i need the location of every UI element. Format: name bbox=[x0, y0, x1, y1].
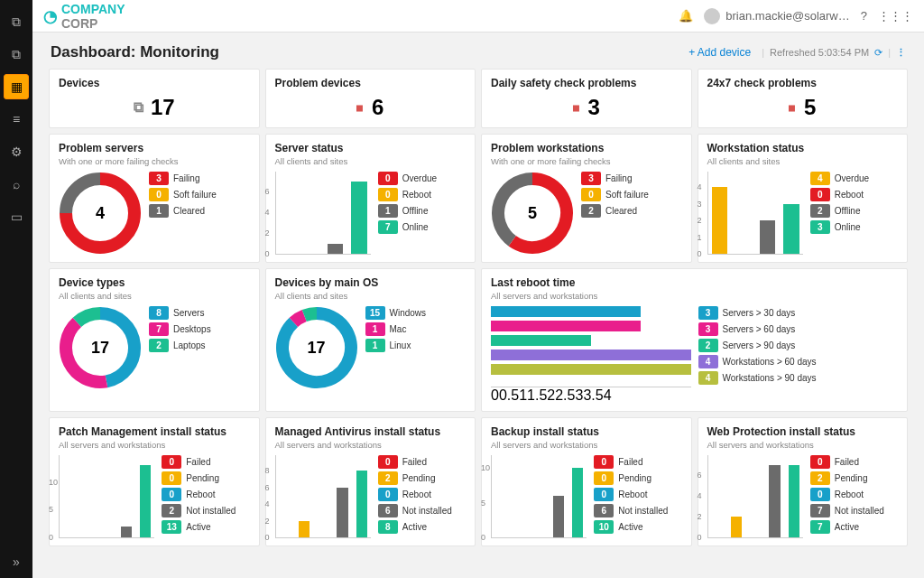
legend-chip: 0 bbox=[810, 188, 830, 201]
nav-monitor-icon[interactable]: ⧉ bbox=[4, 9, 29, 34]
legend-item: 7Desktops bbox=[149, 322, 250, 336]
card-subtitle: With one or more failing checks bbox=[491, 156, 682, 166]
bar-chart: 0246 bbox=[707, 455, 803, 538]
legend-label: Soft failure bbox=[173, 190, 217, 200]
brand-logo[interactable]: ◔ COMPANYCORP bbox=[43, 2, 125, 31]
help-icon[interactable]: ? bbox=[861, 9, 867, 23]
notifications-icon[interactable]: 🔔 bbox=[679, 9, 693, 23]
legend: 15Windows1Mac1Linux bbox=[365, 306, 467, 389]
legend-item: 2Not installed bbox=[162, 504, 249, 517]
legend-chip: 2 bbox=[698, 339, 718, 352]
bar bbox=[789, 465, 799, 538]
legend-item: 3Online bbox=[810, 220, 898, 234]
hbar bbox=[491, 306, 641, 317]
legend-chip: 2 bbox=[581, 204, 601, 218]
legend-item: 0Soft failure bbox=[149, 188, 250, 201]
legend-label: Reboot bbox=[618, 489, 647, 499]
card-subtitle: All clients and sites bbox=[275, 291, 467, 301]
legend-item: 0Overdue bbox=[378, 172, 466, 185]
user-menu[interactable]: brian.mackie@solarw… bbox=[704, 8, 849, 24]
legend-label: Active bbox=[186, 522, 210, 532]
card-title: Devices by main OS bbox=[275, 276, 467, 289]
bar bbox=[121, 527, 132, 537]
avatar-icon bbox=[704, 8, 720, 24]
legend: 0Failed2Pending0Reboot7Not installed7Act… bbox=[810, 455, 898, 538]
legend-chip: 3 bbox=[149, 172, 169, 185]
legend-item: 0Reboot bbox=[810, 488, 898, 501]
page-menu-icon[interactable]: ⋮ bbox=[896, 47, 906, 59]
legend-label: Overdue bbox=[402, 173, 437, 183]
alert-icon: ◆ bbox=[785, 100, 799, 115]
kpi-title: Devices bbox=[59, 77, 250, 89]
legend-chip: 0 bbox=[162, 455, 181, 469]
legend-chip: 0 bbox=[378, 188, 398, 201]
legend-item: 0Failed bbox=[162, 455, 249, 469]
legend-item: 7Active bbox=[810, 520, 898, 534]
legend-chip: 4 bbox=[810, 172, 830, 185]
card-subtitle: All clients and sites bbox=[707, 156, 899, 166]
add-device-link[interactable]: + Add device bbox=[688, 46, 751, 59]
bar-chart: 0510 bbox=[59, 455, 154, 538]
kpi-value: 3 bbox=[588, 95, 600, 120]
nav-filter-icon[interactable]: ≡ bbox=[4, 107, 29, 132]
legend-chip: 2 bbox=[378, 471, 398, 485]
legend-chip: 10 bbox=[594, 520, 614, 534]
legend-chip: 0 bbox=[162, 488, 181, 501]
nav-expand-icon[interactable]: » bbox=[4, 549, 29, 574]
legend-label: Linux bbox=[390, 340, 411, 350]
legend-item: 0Failed bbox=[378, 455, 466, 469]
legend-chip: 0 bbox=[378, 488, 398, 501]
legend-item: 7Online bbox=[378, 220, 466, 234]
card-device_types: Device types All clients and sites 178Se… bbox=[49, 268, 260, 412]
legend-label: Failed bbox=[186, 457, 210, 467]
legend-chip: 7 bbox=[810, 520, 830, 534]
legend-chip: 0 bbox=[810, 455, 830, 469]
kpi-title: Problem devices bbox=[275, 77, 467, 89]
card-title: Patch Management install status bbox=[59, 425, 250, 438]
nav-dashboard-icon[interactable]: ▦ bbox=[4, 74, 29, 99]
legend-item: 6Not installed bbox=[378, 504, 466, 517]
legend-label: Online bbox=[402, 222, 429, 232]
legend-item: 0Failed bbox=[594, 455, 681, 469]
legend: 0Failed0Pending0Reboot6Not installed10Ac… bbox=[594, 455, 681, 538]
legend-label: Workstations > 60 days bbox=[723, 357, 817, 367]
legend-label: Desktops bbox=[173, 324, 211, 334]
legend-item: 1Mac bbox=[365, 322, 467, 336]
bar bbox=[328, 244, 344, 255]
legend-chip: 0 bbox=[149, 188, 169, 201]
card-mav: Managed Antivirus install status All ser… bbox=[265, 417, 476, 546]
card-subtitle: All servers and workstations bbox=[275, 440, 467, 450]
nav-devices-icon[interactable]: ⧉ bbox=[4, 42, 29, 67]
hbar bbox=[491, 321, 641, 331]
legend-chip: 3 bbox=[698, 322, 718, 336]
brand-name-2: CORP bbox=[61, 16, 97, 31]
legend-chip: 0 bbox=[594, 471, 614, 485]
nav-settings-icon[interactable]: ⚙ bbox=[4, 139, 29, 164]
refresh-icon[interactable]: ⟳ bbox=[874, 47, 882, 59]
legend-label: Mac bbox=[390, 324, 407, 334]
nav-display-icon[interactable]: ▭ bbox=[4, 204, 29, 229]
legend-label: Pending bbox=[835, 473, 868, 483]
legend-item: 8Active bbox=[378, 520, 466, 534]
legend-item: 0Reboot bbox=[594, 488, 681, 501]
donut-center-value: 17 bbox=[59, 306, 142, 389]
refreshed-text: Refreshed 5:03:54 PM bbox=[770, 47, 869, 58]
legend-label: Reboot bbox=[835, 489, 864, 499]
legend-label: Laptops bbox=[173, 340, 206, 350]
legend-chip: 7 bbox=[378, 220, 398, 234]
nav-search-icon[interactable]: ⌕ bbox=[4, 172, 29, 197]
legend-chip: 4 bbox=[698, 371, 718, 385]
legend-chip: 7 bbox=[810, 504, 830, 517]
legend-label: Workstations > 90 days bbox=[723, 373, 817, 383]
apps-icon[interactable]: ⋮⋮⋮ bbox=[878, 9, 913, 23]
left-nav-rail: ⧉ ⧉ ▦ ≡ ⚙ ⌕ ▭ » bbox=[0, 0, 32, 578]
legend-label: Online bbox=[835, 222, 861, 232]
card-problem_workstations: Problem workstations With one or more fa… bbox=[481, 134, 692, 263]
legend-label: Pending bbox=[618, 473, 651, 483]
card-title: Backup install status bbox=[491, 425, 682, 438]
page-title: Dashboard: Monitoring bbox=[51, 43, 219, 61]
legend-item: 4Workstations > 60 days bbox=[698, 355, 899, 368]
legend-chip: 0 bbox=[378, 455, 398, 469]
card-web: Web Protection install status All server… bbox=[698, 417, 909, 546]
legend-item: 4Workstations > 90 days bbox=[698, 371, 899, 385]
